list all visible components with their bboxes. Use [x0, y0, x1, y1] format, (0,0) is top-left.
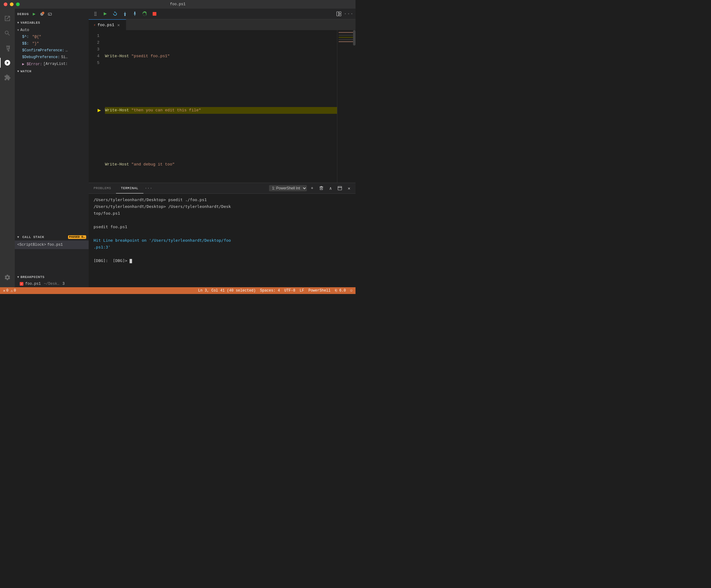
terminal-line-5: psedit foo.ps1 [93, 224, 350, 230]
maximize-button[interactable] [16, 2, 20, 6]
explorer-icon[interactable] [0, 11, 15, 26]
smiley-icon[interactable]: ☺ [350, 289, 352, 293]
activity-bar [0, 8, 15, 287]
vertical-scrollbar-track [353, 30, 356, 183]
svg-rect-15 [338, 186, 342, 187]
svg-point-1 [94, 12, 95, 13]
code-content[interactable]: Write-Host "psedit foo.ps1" ▶ Write-Host… [103, 30, 337, 183]
more-actions-button[interactable]: ··· [344, 9, 353, 18]
svg-point-3 [94, 14, 95, 15]
breakpoints-section: ▼ BREAKPOINTS ✓ foo.ps1 ~/Desk… 3 [15, 274, 89, 287]
debug-gear-button[interactable]: · [39, 11, 45, 17]
encoding-indicator[interactable]: UTF-8 [284, 289, 296, 293]
debug-play-button[interactable] [31, 11, 37, 17]
var-item-4[interactable]: $DebugPreference: Si… [15, 54, 89, 61]
terminal-line-9 [93, 251, 350, 257]
terminal-line-1: /Users/tylerleonhardt/Desktop> psedit ./… [93, 197, 350, 203]
drag-handle[interactable] [91, 9, 100, 18]
terminal-line-6 [93, 231, 350, 237]
terminal-line-7: Hit Line breakpoint on '/Users/tylerleon… [93, 238, 350, 244]
svg-rect-11 [339, 12, 341, 14]
close-panel-button[interactable]: ✕ [345, 184, 353, 192]
powershell-version[interactable]: ⎗ 6.0 [335, 289, 346, 293]
terminal-select[interactable]: 1: PowerShell Int [269, 185, 307, 191]
terminal-line-2: /Users/tylerleonhardt/Desktop> /Users/ty… [93, 204, 350, 210]
panel-area: PROBLEMS TERMINAL ··· 1: PowerShell Int … [89, 183, 356, 287]
step-out-button[interactable] [130, 9, 139, 18]
var-item-5[interactable]: ▶ $Error: [ArrayList: [15, 61, 89, 67]
maximize-panel-button[interactable] [336, 184, 344, 192]
language-indicator[interactable]: PowerShell [308, 289, 330, 293]
toolbar-right: ··· [335, 9, 353, 18]
new-terminal-button[interactable]: + [308, 184, 316, 192]
code-line-5: Write-Host "and debug it too" [105, 161, 337, 168]
svg-point-7 [124, 15, 126, 16]
svg-point-5 [94, 15, 95, 16]
close-button[interactable] [4, 2, 7, 6]
panel-controls: 1: PowerShell Int + ∧ ✕ [269, 184, 356, 192]
callstack-item-1[interactable]: <ScriptBlock> foo.ps1 [15, 241, 89, 249]
source-control-icon[interactable] [0, 41, 15, 55]
callstack-header[interactable]: ▼ CALL STACK PAUSED O… [15, 234, 89, 241]
layout-button[interactable] [335, 9, 343, 18]
window-title: foo.ps1 [170, 2, 185, 6]
minimize-button[interactable] [10, 2, 14, 6]
breakpoints-header[interactable]: ▼ BREAKPOINTS [15, 274, 89, 280]
line-ending-indicator[interactable]: LF [300, 289, 304, 293]
debug-title: DEBUG [17, 12, 29, 16]
status-bar: ✕ 0 ⚠ 0 Ln 3, Col 41 (40 selected) Space… [0, 287, 356, 294]
cursor-position[interactable]: Ln 3, Col 41 (40 selected) [198, 289, 256, 293]
status-left: ✕ 0 ⚠ 0 [3, 289, 16, 293]
svg-rect-0 [48, 13, 52, 15]
debug-icon[interactable] [0, 55, 15, 70]
step-into-button[interactable] [121, 9, 129, 18]
terminal-content[interactable]: /Users/tylerleonhardt/Desktop> psedit ./… [89, 194, 356, 287]
variables-content: ▼ Auto $^: "@{" $$: "}" $ConfirmPreferen… [15, 26, 89, 68]
var-item-3[interactable]: $ConfirmPreference: … [15, 47, 89, 54]
terminal-line-10: [DBG]: [DBG]> [93, 258, 350, 264]
svg-rect-13 [320, 187, 323, 187]
watch-header[interactable]: ▼ WATCH [15, 68, 89, 75]
code-editor[interactable]: 1 2 3 4 5 Write-Host "psedit foo.ps1" ▶ [89, 30, 356, 183]
panel-tabs: PROBLEMS TERMINAL ··· 1: PowerShell Int … [89, 183, 356, 194]
paused-badge: PAUSED O… [68, 235, 86, 239]
terminal-line-3: top/foo.ps1 [93, 210, 350, 217]
terminal-line-8: .ps1:3' [93, 244, 350, 250]
spaces-indicator[interactable]: Spaces: 4 [260, 289, 280, 293]
tab-bar: ⚡ foo.ps1 ✕ [89, 19, 356, 30]
tab-terminal[interactable]: TERMINAL [116, 183, 144, 194]
panel-more-button[interactable]: ··· [144, 186, 154, 191]
step-over-button[interactable] [111, 9, 120, 18]
tab-problems[interactable]: PROBLEMS [89, 183, 116, 194]
search-icon[interactable] [0, 26, 15, 41]
var-item-1[interactable]: $^: "@{" [15, 33, 89, 40]
restart-button[interactable] [141, 9, 149, 18]
var-item-2[interactable]: $$: "}" [15, 40, 89, 47]
window-controls [4, 2, 20, 6]
extensions-icon[interactable] [0, 70, 15, 85]
collapse-panel-button[interactable]: ∧ [327, 184, 335, 192]
minimap [337, 30, 356, 183]
variables-header[interactable]: ▼ VARIABLES [15, 19, 89, 26]
auto-group[interactable]: ▼ Auto [15, 27, 89, 33]
code-line-1: Write-Host "psedit foo.ps1" [105, 53, 337, 60]
vertical-scrollbar-thumb[interactable] [353, 30, 356, 46]
callstack-section: ▼ CALL STACK PAUSED O… <ScriptBlock> foo… [15, 234, 89, 274]
tab-foo-ps1[interactable]: ⚡ foo.ps1 ✕ [89, 19, 126, 30]
continue-button[interactable] [101, 9, 110, 18]
sidebar: DEBUG · ▼ VARIABLES [15, 8, 89, 287]
stop-button[interactable] [150, 9, 159, 18]
debug-terminal-button[interactable] [47, 11, 53, 17]
settings-icon[interactable] [0, 270, 15, 285]
code-line-3: ▶ Write-Host "then you can edit this fil… [105, 107, 337, 114]
error-icon: ✕ [3, 289, 5, 293]
breakpoint-item-1[interactable]: ✓ foo.ps1 ~/Desk… 3 [15, 280, 89, 287]
delete-terminal-button[interactable] [317, 184, 325, 192]
top-toolbar: ··· [89, 8, 356, 19]
svg-point-8 [134, 12, 135, 13]
breakpoint-checkbox[interactable]: ✓ [20, 282, 23, 286]
terminal-line-4 [93, 217, 350, 223]
status-errors[interactable]: ✕ 0 ⚠ 0 [3, 289, 16, 293]
code-line-2 [105, 80, 337, 87]
tab-close-button[interactable]: ✕ [116, 22, 121, 27]
